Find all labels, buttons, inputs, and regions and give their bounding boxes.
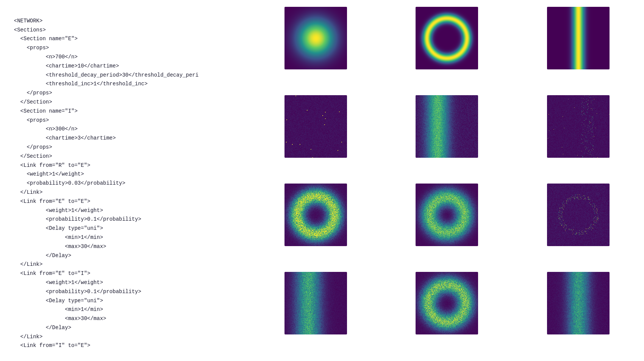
heatmap-cell-0-0: [250, 4, 381, 72]
heatmap-noisy-vertical-band: [416, 95, 478, 158]
heatmap-noisy-vertical-band2: [284, 272, 347, 334]
heatmap-cell-3-1: [381, 269, 513, 337]
heatmap-cell-1-1: [381, 92, 513, 161]
heatmap-noisy-vertical-right: [547, 95, 610, 158]
images-panel: [250, 0, 644, 361]
heatmap-noisy-ring-center: [416, 184, 478, 246]
heatmap-vertical-stripe: [547, 7, 610, 69]
heatmap-noisy-ring-scattered: [284, 184, 347, 246]
heatmap-noisy-scatter: [284, 95, 347, 158]
heatmap-gaussian-blob: [284, 7, 347, 69]
heatmap-cell-1-2: [513, 92, 644, 161]
heatmap-ring: [416, 7, 478, 69]
heatmap-cell-2-2: [513, 180, 644, 249]
heatmap-noisy-ring2: [416, 272, 478, 334]
heatmap-noisy-scattered-right: [547, 184, 610, 246]
code-text: <NETWORK> <Sections> <Section name="E"> …: [8, 18, 199, 349]
heatmap-noisy-vertical-band3: [547, 272, 610, 334]
heatmap-cell-3-2: [513, 269, 644, 337]
heatmap-cell-2-0: [250, 180, 381, 249]
code-panel: <NETWORK> <Sections> <Section name="E"> …: [0, 0, 250, 361]
heatmap-cell-3-0: [250, 269, 381, 337]
heatmap-cell-2-1: [381, 180, 513, 249]
heatmap-cell-1-0: [250, 92, 381, 161]
heatmap-cell-0-1: [381, 4, 513, 72]
heatmap-cell-0-2: [513, 4, 644, 72]
